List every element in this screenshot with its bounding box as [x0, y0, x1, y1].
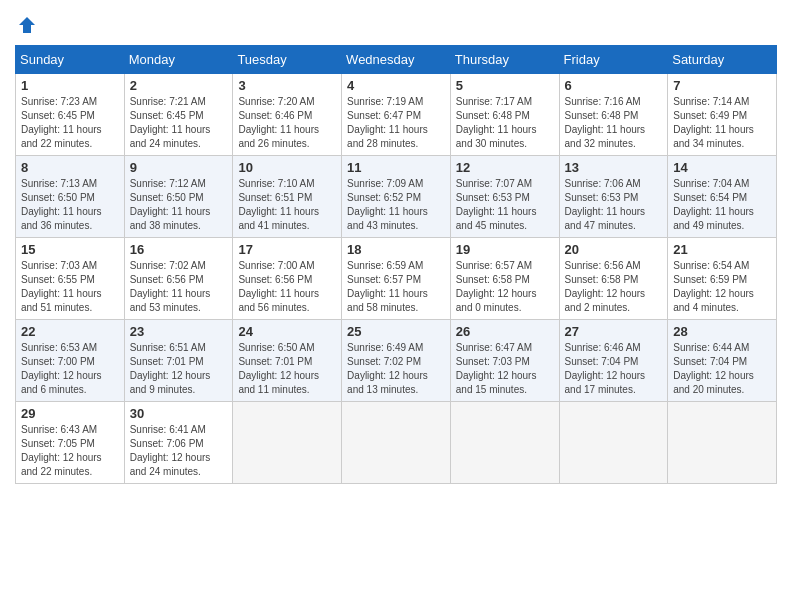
calendar-week-row: 1Sunrise: 7:23 AMSunset: 6:45 PMDaylight…: [16, 74, 777, 156]
day-info: Sunrise: 7:14 AMSunset: 6:49 PMDaylight:…: [673, 95, 771, 151]
calendar-cell: 5Sunrise: 7:17 AMSunset: 6:48 PMDaylight…: [450, 74, 559, 156]
day-info: Sunrise: 7:02 AMSunset: 6:56 PMDaylight:…: [130, 259, 228, 315]
day-number: 30: [130, 406, 228, 421]
day-of-week-header: Thursday: [450, 46, 559, 74]
day-number: 28: [673, 324, 771, 339]
day-info: Sunrise: 7:19 AMSunset: 6:47 PMDaylight:…: [347, 95, 445, 151]
day-number: 26: [456, 324, 554, 339]
day-info: Sunrise: 6:47 AMSunset: 7:03 PMDaylight:…: [456, 341, 554, 397]
calendar-cell: 7Sunrise: 7:14 AMSunset: 6:49 PMDaylight…: [668, 74, 777, 156]
calendar-cell: [450, 402, 559, 484]
day-number: 19: [456, 242, 554, 257]
day-number: 23: [130, 324, 228, 339]
calendar-cell: 27Sunrise: 6:46 AMSunset: 7:04 PMDayligh…: [559, 320, 668, 402]
day-info: Sunrise: 6:43 AMSunset: 7:05 PMDaylight:…: [21, 423, 119, 479]
day-of-week-header: Sunday: [16, 46, 125, 74]
day-info: Sunrise: 7:03 AMSunset: 6:55 PMDaylight:…: [21, 259, 119, 315]
day-number: 11: [347, 160, 445, 175]
calendar-cell: 1Sunrise: 7:23 AMSunset: 6:45 PMDaylight…: [16, 74, 125, 156]
day-info: Sunrise: 6:46 AMSunset: 7:04 PMDaylight:…: [565, 341, 663, 397]
day-of-week-header: Saturday: [668, 46, 777, 74]
day-number: 3: [238, 78, 336, 93]
calendar-week-row: 29Sunrise: 6:43 AMSunset: 7:05 PMDayligh…: [16, 402, 777, 484]
calendar-cell: 14Sunrise: 7:04 AMSunset: 6:54 PMDayligh…: [668, 156, 777, 238]
calendar-cell: 9Sunrise: 7:12 AMSunset: 6:50 PMDaylight…: [124, 156, 233, 238]
day-number: 24: [238, 324, 336, 339]
day-number: 2: [130, 78, 228, 93]
day-info: Sunrise: 7:12 AMSunset: 6:50 PMDaylight:…: [130, 177, 228, 233]
calendar-cell: 20Sunrise: 6:56 AMSunset: 6:58 PMDayligh…: [559, 238, 668, 320]
day-info: Sunrise: 7:16 AMSunset: 6:48 PMDaylight:…: [565, 95, 663, 151]
day-number: 1: [21, 78, 119, 93]
day-info: Sunrise: 6:59 AMSunset: 6:57 PMDaylight:…: [347, 259, 445, 315]
day-number: 27: [565, 324, 663, 339]
day-number: 5: [456, 78, 554, 93]
day-number: 18: [347, 242, 445, 257]
day-info: Sunrise: 7:21 AMSunset: 6:45 PMDaylight:…: [130, 95, 228, 151]
day-number: 16: [130, 242, 228, 257]
calendar-cell: 17Sunrise: 7:00 AMSunset: 6:56 PMDayligh…: [233, 238, 342, 320]
calendar-cell: [233, 402, 342, 484]
day-number: 29: [21, 406, 119, 421]
day-number: 22: [21, 324, 119, 339]
calendar-cell: 24Sunrise: 6:50 AMSunset: 7:01 PMDayligh…: [233, 320, 342, 402]
calendar-cell: 6Sunrise: 7:16 AMSunset: 6:48 PMDaylight…: [559, 74, 668, 156]
day-info: Sunrise: 6:41 AMSunset: 7:06 PMDaylight:…: [130, 423, 228, 479]
calendar-cell: 18Sunrise: 6:59 AMSunset: 6:57 PMDayligh…: [342, 238, 451, 320]
day-of-week-header: Tuesday: [233, 46, 342, 74]
day-number: 25: [347, 324, 445, 339]
day-info: Sunrise: 6:49 AMSunset: 7:02 PMDaylight:…: [347, 341, 445, 397]
day-info: Sunrise: 6:56 AMSunset: 6:58 PMDaylight:…: [565, 259, 663, 315]
day-info: Sunrise: 6:54 AMSunset: 6:59 PMDaylight:…: [673, 259, 771, 315]
day-info: Sunrise: 6:44 AMSunset: 7:04 PMDaylight:…: [673, 341, 771, 397]
calendar-cell: 15Sunrise: 7:03 AMSunset: 6:55 PMDayligh…: [16, 238, 125, 320]
day-of-week-header: Friday: [559, 46, 668, 74]
day-info: Sunrise: 7:09 AMSunset: 6:52 PMDaylight:…: [347, 177, 445, 233]
calendar-week-row: 22Sunrise: 6:53 AMSunset: 7:00 PMDayligh…: [16, 320, 777, 402]
calendar-cell: 2Sunrise: 7:21 AMSunset: 6:45 PMDaylight…: [124, 74, 233, 156]
calendar-cell: 16Sunrise: 7:02 AMSunset: 6:56 PMDayligh…: [124, 238, 233, 320]
calendar-cell: 13Sunrise: 7:06 AMSunset: 6:53 PMDayligh…: [559, 156, 668, 238]
day-number: 14: [673, 160, 771, 175]
day-info: Sunrise: 7:07 AMSunset: 6:53 PMDaylight:…: [456, 177, 554, 233]
calendar-cell: 30Sunrise: 6:41 AMSunset: 7:06 PMDayligh…: [124, 402, 233, 484]
calendar-cell: 23Sunrise: 6:51 AMSunset: 7:01 PMDayligh…: [124, 320, 233, 402]
day-info: Sunrise: 7:20 AMSunset: 6:46 PMDaylight:…: [238, 95, 336, 151]
calendar-cell: 19Sunrise: 6:57 AMSunset: 6:58 PMDayligh…: [450, 238, 559, 320]
calendar-table: SundayMondayTuesdayWednesdayThursdayFrid…: [15, 45, 777, 484]
day-info: Sunrise: 6:57 AMSunset: 6:58 PMDaylight:…: [456, 259, 554, 315]
day-number: 13: [565, 160, 663, 175]
day-number: 9: [130, 160, 228, 175]
calendar-cell: 22Sunrise: 6:53 AMSunset: 7:00 PMDayligh…: [16, 320, 125, 402]
calendar-cell: 12Sunrise: 7:07 AMSunset: 6:53 PMDayligh…: [450, 156, 559, 238]
day-number: 7: [673, 78, 771, 93]
calendar-cell: 29Sunrise: 6:43 AMSunset: 7:05 PMDayligh…: [16, 402, 125, 484]
day-number: 10: [238, 160, 336, 175]
calendar-cell: [668, 402, 777, 484]
calendar-cell: [559, 402, 668, 484]
day-number: 6: [565, 78, 663, 93]
day-number: 12: [456, 160, 554, 175]
day-info: Sunrise: 7:13 AMSunset: 6:50 PMDaylight:…: [21, 177, 119, 233]
logo-icon: [17, 15, 37, 35]
calendar-cell: 26Sunrise: 6:47 AMSunset: 7:03 PMDayligh…: [450, 320, 559, 402]
calendar-cell: 10Sunrise: 7:10 AMSunset: 6:51 PMDayligh…: [233, 156, 342, 238]
day-info: Sunrise: 6:51 AMSunset: 7:01 PMDaylight:…: [130, 341, 228, 397]
day-number: 21: [673, 242, 771, 257]
calendar-cell: 21Sunrise: 6:54 AMSunset: 6:59 PMDayligh…: [668, 238, 777, 320]
day-info: Sunrise: 7:17 AMSunset: 6:48 PMDaylight:…: [456, 95, 554, 151]
calendar-week-row: 8Sunrise: 7:13 AMSunset: 6:50 PMDaylight…: [16, 156, 777, 238]
calendar-cell: 3Sunrise: 7:20 AMSunset: 6:46 PMDaylight…: [233, 74, 342, 156]
day-info: Sunrise: 7:06 AMSunset: 6:53 PMDaylight:…: [565, 177, 663, 233]
calendar-cell: 8Sunrise: 7:13 AMSunset: 6:50 PMDaylight…: [16, 156, 125, 238]
day-number: 20: [565, 242, 663, 257]
calendar-header-row: SundayMondayTuesdayWednesdayThursdayFrid…: [16, 46, 777, 74]
svg-marker-0: [19, 17, 35, 33]
calendar-cell: 25Sunrise: 6:49 AMSunset: 7:02 PMDayligh…: [342, 320, 451, 402]
calendar-cell: 28Sunrise: 6:44 AMSunset: 7:04 PMDayligh…: [668, 320, 777, 402]
day-number: 8: [21, 160, 119, 175]
day-info: Sunrise: 6:50 AMSunset: 7:01 PMDaylight:…: [238, 341, 336, 397]
calendar-week-row: 15Sunrise: 7:03 AMSunset: 6:55 PMDayligh…: [16, 238, 777, 320]
day-info: Sunrise: 7:23 AMSunset: 6:45 PMDaylight:…: [21, 95, 119, 151]
day-of-week-header: Monday: [124, 46, 233, 74]
